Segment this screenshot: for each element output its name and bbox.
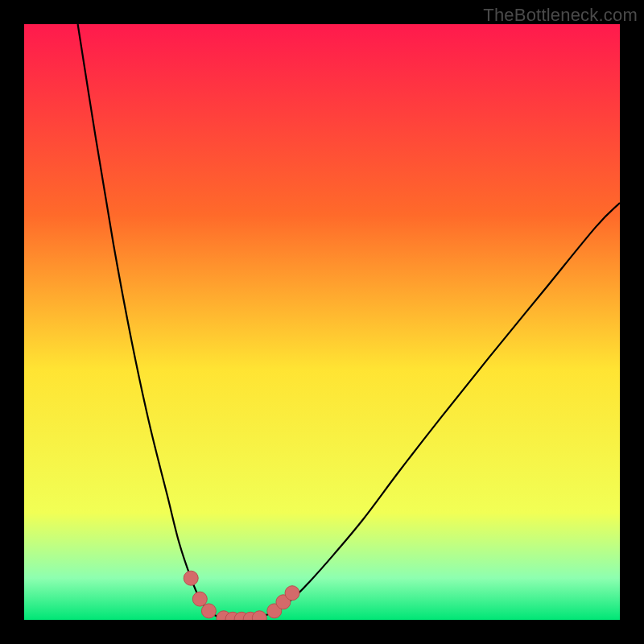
left-dot-1 xyxy=(184,571,198,585)
gradient-background xyxy=(24,24,620,620)
watermark-text: TheBottleneck.com xyxy=(483,5,638,26)
right-dot-3 xyxy=(285,586,299,601)
chart-frame: TheBottleneck.com xyxy=(0,0,644,644)
chart-svg xyxy=(24,24,620,620)
chart-plot-area xyxy=(24,24,620,620)
left-dot-3 xyxy=(201,604,216,618)
left-dot-2 xyxy=(192,592,207,606)
